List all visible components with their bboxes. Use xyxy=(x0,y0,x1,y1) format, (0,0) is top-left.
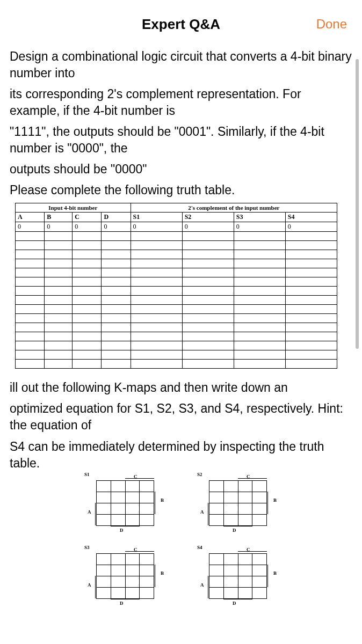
question-text-7: optimized equation for S1, S2, S3, and S… xyxy=(10,400,352,434)
axis-D-label: D xyxy=(120,528,124,533)
kmap-s4: S4 A B C D xyxy=(197,552,278,611)
kmap-s4-label: S4 xyxy=(197,545,202,550)
question-text-8: S4 can be immediately determined by insp… xyxy=(10,438,352,472)
question-text-6: ill out the following K-maps and then wr… xyxy=(10,379,352,396)
question-text-5: Please complete the following truth tabl… xyxy=(10,182,352,199)
kmap-s3: S3 A B C D xyxy=(84,552,165,611)
col-D: D xyxy=(102,213,131,222)
table-row xyxy=(16,296,337,305)
question-text-1: Design a combinational logic circuit tha… xyxy=(10,48,352,82)
axis-A-label: A xyxy=(200,509,204,515)
axis-D-label: D xyxy=(233,528,236,533)
table-row xyxy=(16,341,337,350)
table-row xyxy=(16,259,337,268)
kmap-grid xyxy=(209,553,267,599)
col-S2: S2 xyxy=(182,213,234,222)
col-C: C xyxy=(73,213,102,222)
axis-A-label: A xyxy=(88,582,91,588)
axis-A-label: A xyxy=(200,582,204,588)
table-row xyxy=(16,350,337,360)
table-row xyxy=(16,232,337,241)
col-S3: S3 xyxy=(234,213,285,222)
col-B: B xyxy=(45,213,73,222)
table-row xyxy=(16,323,337,332)
table-row xyxy=(16,241,337,250)
kmap-s1: S1 A B C D xyxy=(84,479,165,538)
question-text-2: its corresponding 2's complement represe… xyxy=(10,86,352,119)
kmap-grid xyxy=(96,480,154,526)
axis-B-label: B xyxy=(161,570,164,576)
question-text-4: outputs should be "0000" xyxy=(10,161,352,178)
axis-B-label: B xyxy=(161,497,164,503)
page-title: Expert Q&A xyxy=(142,16,220,33)
kmaps-container: S1 A B C D S2 A B C D S3 A B xyxy=(10,479,352,611)
table-row xyxy=(16,332,337,341)
axis-D-label: D xyxy=(120,601,124,606)
scrollbar-thumb[interactable] xyxy=(356,59,359,349)
kmap-s2-label: S2 xyxy=(197,472,202,477)
kmap-s2: S2 A B C D xyxy=(197,479,278,538)
table-row xyxy=(16,268,337,277)
col-S1: S1 xyxy=(131,213,182,222)
table-row xyxy=(16,314,337,323)
header-bar: Expert Q&A Done xyxy=(0,0,362,48)
col-A: A xyxy=(16,213,45,222)
kmap-grid xyxy=(209,480,267,526)
axis-B-label: B xyxy=(273,497,277,503)
table-row xyxy=(16,287,337,296)
axis-D-label: D xyxy=(233,601,236,606)
group-header-output: 2's complement of the input number xyxy=(131,203,337,213)
table-row xyxy=(16,305,337,314)
col-S4: S4 xyxy=(285,213,337,222)
table-row: 0 0 0 0 0 0 0 0 xyxy=(16,222,337,232)
truth-table: Input 4-bit number 2's complement of the… xyxy=(15,203,337,369)
question-text-3: "1111", the outputs should be "0001". Si… xyxy=(10,123,352,157)
done-button[interactable]: Done xyxy=(316,17,347,32)
content-area: Design a combinational logic circuit tha… xyxy=(0,48,362,611)
axis-A-label: A xyxy=(88,509,91,515)
kmap-s3-label: S3 xyxy=(84,545,90,550)
table-row xyxy=(16,250,337,259)
axis-B-label: B xyxy=(273,570,277,576)
table-row xyxy=(16,360,337,369)
group-header-input: Input 4-bit number xyxy=(16,203,131,213)
table-row xyxy=(16,277,337,287)
kmap-grid xyxy=(96,553,154,599)
kmap-s1-label: S1 xyxy=(84,472,90,477)
